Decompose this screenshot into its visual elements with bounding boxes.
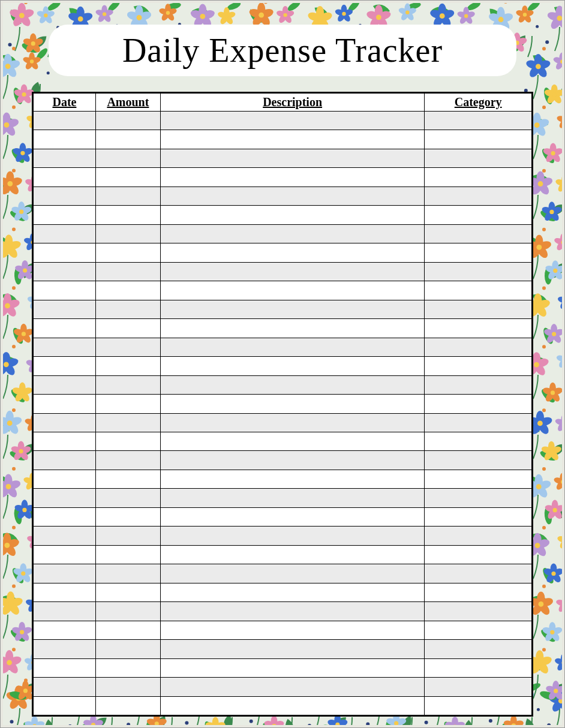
table-cell[interactable] [160, 432, 424, 450]
table-cell[interactable] [160, 678, 424, 696]
table-cell[interactable] [425, 678, 532, 696]
table-cell[interactable] [34, 527, 96, 545]
table-cell[interactable] [425, 186, 532, 205]
table-cell[interactable] [425, 206, 532, 224]
table-cell[interactable] [34, 395, 96, 413]
table-cell[interactable] [34, 564, 96, 583]
table-cell[interactable] [95, 186, 160, 205]
table-cell[interactable] [34, 432, 96, 450]
table-cell[interactable] [425, 658, 532, 677]
table-cell[interactable] [425, 395, 532, 413]
table-cell[interactable] [160, 451, 424, 470]
table-cell[interactable] [160, 395, 424, 413]
table-cell[interactable] [34, 168, 96, 186]
table-cell[interactable] [160, 489, 424, 507]
table-cell[interactable] [425, 564, 532, 583]
table-cell[interactable] [95, 602, 160, 621]
table-cell[interactable] [160, 338, 424, 356]
table-cell[interactable] [425, 432, 532, 450]
table-cell[interactable] [160, 507, 424, 526]
table-cell[interactable] [34, 186, 96, 205]
table-cell[interactable] [34, 696, 96, 715]
table-cell[interactable] [95, 243, 160, 262]
table-cell[interactable] [160, 640, 424, 658]
table-cell[interactable] [95, 375, 160, 394]
table-cell[interactable] [425, 507, 532, 526]
table-cell[interactable] [95, 338, 160, 356]
table-cell[interactable] [95, 640, 160, 658]
table-cell[interactable] [160, 470, 424, 488]
table-cell[interactable] [95, 621, 160, 639]
table-cell[interactable] [95, 149, 160, 167]
table-cell[interactable] [34, 413, 96, 432]
table-cell[interactable] [95, 206, 160, 224]
table-cell[interactable] [160, 658, 424, 677]
table-cell[interactable] [425, 319, 532, 338]
table-cell[interactable] [160, 300, 424, 318]
table-cell[interactable] [160, 262, 424, 281]
table-cell[interactable] [160, 319, 424, 338]
table-cell[interactable] [425, 281, 532, 300]
table-cell[interactable] [160, 186, 424, 205]
table-cell[interactable] [34, 224, 96, 243]
table-cell[interactable] [160, 224, 424, 243]
table-cell[interactable] [34, 602, 96, 621]
table-cell[interactable] [425, 375, 532, 394]
table-cell[interactable] [95, 319, 160, 338]
table-cell[interactable] [34, 319, 96, 338]
table-cell[interactable] [95, 545, 160, 564]
table-cell[interactable] [425, 583, 532, 601]
table-cell[interactable] [95, 300, 160, 318]
table-cell[interactable] [95, 489, 160, 507]
table-cell[interactable] [425, 243, 532, 262]
table-cell[interactable] [95, 696, 160, 715]
table-cell[interactable] [425, 545, 532, 564]
table-cell[interactable] [160, 621, 424, 639]
table-cell[interactable] [160, 149, 424, 167]
table-cell[interactable] [160, 583, 424, 601]
table-cell[interactable] [160, 281, 424, 300]
table-cell[interactable] [34, 357, 96, 375]
table-cell[interactable] [425, 168, 532, 186]
table-cell[interactable] [160, 243, 424, 262]
table-cell[interactable] [34, 507, 96, 526]
table-cell[interactable] [425, 130, 532, 149]
table-cell[interactable] [160, 168, 424, 186]
table-cell[interactable] [160, 564, 424, 583]
table-cell[interactable] [95, 281, 160, 300]
table-cell[interactable] [425, 224, 532, 243]
table-cell[interactable] [160, 696, 424, 715]
table-cell[interactable] [34, 489, 96, 507]
table-cell[interactable] [95, 130, 160, 149]
table-cell[interactable] [34, 545, 96, 564]
table-cell[interactable] [95, 112, 160, 130]
table-cell[interactable] [95, 470, 160, 488]
table-cell[interactable] [95, 224, 160, 243]
table-cell[interactable] [160, 112, 424, 130]
table-cell[interactable] [160, 527, 424, 545]
table-cell[interactable] [34, 262, 96, 281]
table-cell[interactable] [34, 451, 96, 470]
table-cell[interactable] [425, 451, 532, 470]
table-cell[interactable] [95, 357, 160, 375]
table-cell[interactable] [425, 489, 532, 507]
table-cell[interactable] [425, 413, 532, 432]
table-cell[interactable] [34, 243, 96, 262]
table-cell[interactable] [34, 149, 96, 167]
table-cell[interactable] [95, 583, 160, 601]
table-cell[interactable] [425, 470, 532, 488]
table-cell[interactable] [160, 206, 424, 224]
table-cell[interactable] [160, 130, 424, 149]
table-cell[interactable] [425, 300, 532, 318]
table-cell[interactable] [425, 696, 532, 715]
table-cell[interactable] [160, 602, 424, 621]
table-cell[interactable] [95, 413, 160, 432]
table-cell[interactable] [34, 375, 96, 394]
table-cell[interactable] [34, 112, 96, 130]
table-cell[interactable] [95, 168, 160, 186]
table-cell[interactable] [34, 470, 96, 488]
table-cell[interactable] [160, 545, 424, 564]
table-cell[interactable] [425, 640, 532, 658]
table-cell[interactable] [34, 338, 96, 356]
table-cell[interactable] [34, 130, 96, 149]
